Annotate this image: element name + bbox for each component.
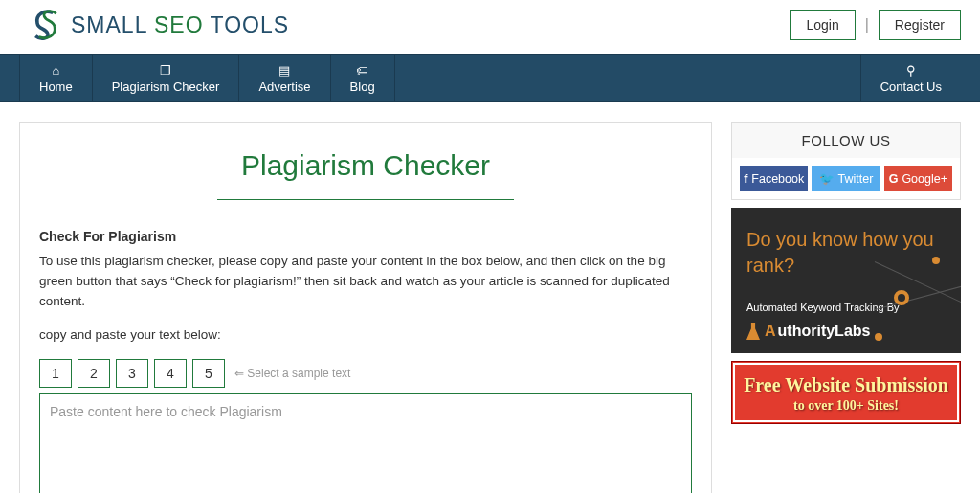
ad-submit[interactable]: Free Website Submission to over 100+ Sit…	[731, 361, 961, 424]
brand-a: A	[765, 323, 776, 340]
main-navbar: ⌂ Home ❐ Plagiarism Checker ▤ Advertise …	[0, 54, 980, 102]
nav-contact-label: Contact Us	[880, 79, 942, 94]
facebook-label: Facebook	[751, 172, 804, 186]
nav-plag-label: Plagiarism Checker	[112, 79, 220, 94]
ad-submit-line1: Free Website Submission	[740, 373, 952, 396]
follow-box: FOLLOW US f Facebook 🐦 Twitter G Google+	[731, 122, 961, 200]
login-button[interactable]: Login	[790, 10, 855, 40]
ad-rank[interactable]: Do you know how you rank? Automated Keyw…	[731, 208, 961, 353]
google-label: Google+	[902, 172, 947, 186]
sample-button-1[interactable]: 1	[39, 359, 72, 388]
sample-button-4[interactable]: 4	[154, 359, 187, 388]
nav-home[interactable]: ⌂ Home	[19, 55, 92, 101]
content-card: Plagiarism Checker Check For Plagiarism …	[19, 122, 712, 493]
flask-icon	[746, 323, 760, 340]
nav-advertise-label: Advertise	[258, 79, 310, 94]
ad-submit-line2: to over 100+ Sites!	[740, 398, 952, 414]
twitter-icon: 🐦	[819, 171, 835, 186]
facebook-icon: f	[744, 172, 747, 186]
twitter-label: Twitter	[838, 172, 874, 186]
ad-rank-decoration	[875, 252, 961, 353]
sample-button-2[interactable]: 2	[78, 359, 110, 388]
sample-hint: ⇐ Select a sample text	[234, 367, 350, 380]
logo-text-2: SEO	[154, 12, 204, 37]
sample-button-5[interactable]: 5	[192, 359, 225, 388]
site-logo[interactable]: SMALL SEO TOOLS	[29, 8, 289, 42]
logo-icon	[29, 8, 63, 42]
nav-plagiarism-checker[interactable]: ❐ Plagiarism Checker	[92, 55, 239, 101]
logo-text-1: SMALL	[71, 12, 147, 37]
auth-separator: |	[865, 16, 869, 34]
google-icon: G	[889, 172, 899, 186]
sidebar: FOLLOW US f Facebook 🐦 Twitter G Google+…	[731, 122, 961, 493]
social-row: f Facebook 🐦 Twitter G Google+	[732, 158, 960, 199]
twitter-button[interactable]: 🐦 Twitter	[812, 166, 880, 191]
tag-icon: 🏷	[356, 64, 368, 77]
nav-contact[interactable]: ⚲ Contact Us	[860, 55, 961, 101]
chart-icon: ▤	[278, 64, 290, 77]
logo-text-3: TOOLS	[211, 12, 290, 37]
description-text: To use this plagiarism checker, please c…	[39, 252, 692, 312]
samples-row: 1 2 3 4 5 ⇐ Select a sample text	[39, 359, 692, 388]
register-button[interactable]: Register	[879, 10, 961, 40]
nav-advertise[interactable]: ▤ Advertise	[238, 55, 329, 101]
auth-buttons: Login | Register	[790, 10, 961, 40]
nav-home-label: Home	[39, 79, 73, 94]
main-wrap: Plagiarism Checker Check For Plagiarism …	[0, 102, 980, 493]
page-title: Plagiarism Checker	[39, 149, 692, 182]
plagiarism-textarea[interactable]	[39, 393, 692, 493]
section-heading: Check For Plagiarism	[39, 229, 692, 244]
googleplus-button[interactable]: G Google+	[884, 166, 952, 191]
sample-button-3[interactable]: 3	[116, 359, 148, 388]
follow-title: FOLLOW US	[732, 123, 960, 158]
instruction-text: copy and paste your text below:	[39, 325, 692, 346]
nav-blog[interactable]: 🏷 Blog	[330, 55, 395, 101]
home-icon: ⌂	[52, 64, 59, 77]
pin-icon: ⚲	[906, 64, 916, 77]
nav-blog-label: Blog	[350, 79, 375, 94]
title-underline	[217, 199, 514, 200]
header-top: SMALL SEO TOOLS Login | Register	[0, 0, 980, 54]
facebook-button[interactable]: f Facebook	[740, 166, 808, 191]
copy-icon: ❐	[160, 64, 171, 77]
brand-rest: uthorityLabs	[778, 323, 871, 340]
